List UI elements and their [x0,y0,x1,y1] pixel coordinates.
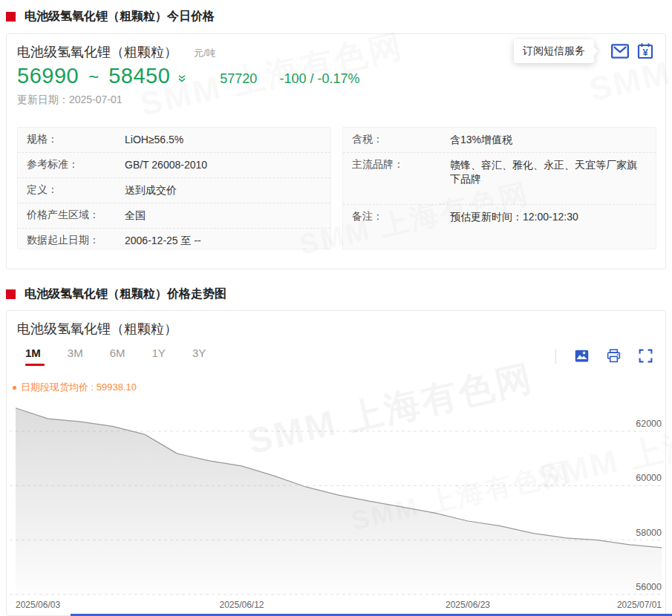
price-row: 56990 ~ 58450 57720 -100 / -0.17% [17,64,359,88]
chart-toolbar [555,348,653,364]
range-tabs: 1M 3M 6M 1Y 3Y [25,347,232,366]
spec-row-brands: 主流品牌： 赣锋、容汇、雅化、永正、天宜等厂家旗下品牌 [343,153,656,205]
x-tick-label: 2025/06/12 [219,600,264,610]
price-low: 56990 [17,64,79,88]
x-tick-label: 2025/06/03 [16,600,60,610]
spec-row-tax: 含税： 含13%增值税 [343,128,656,153]
spec-row-specification: 规格： LiOH≥56.5% [18,128,330,153]
price-calendar-icon: ¥ [636,42,654,60]
x-tick-label: 2025/06/23 [446,600,490,610]
spec-table-left: 规格： LiOH≥56.5% 参考标准： GB/T 26008-2010 定义：… [17,127,331,249]
red-square-bullet-icon [6,12,16,22]
price-tilde: ~ [88,67,99,88]
x-tick-label: 2025/07/01 [617,600,662,610]
product-name: 电池级氢氧化锂（粗颗粒） [17,43,177,61]
y-tick-label: 62000 [636,419,662,429]
update-date: 更新日期：2025-07-01 [17,94,123,107]
legend-label: 日期段现货均价 : 59938.10 [21,381,137,394]
spec-table-right: 含税： 含13%增值税 主流品牌： 赣锋、容汇、雅化、永正、天宜等厂家旗下品牌 … [342,127,656,249]
tab-3m[interactable]: 3M [68,347,83,366]
price-average: 57720 [220,71,257,87]
chevron-double-down-icon [177,73,187,84]
red-square-bullet-icon [6,289,16,299]
tab-1y[interactable]: 1Y [152,347,166,366]
y-tick-label: 58000 [636,528,662,538]
svg-text:¥: ¥ [642,47,648,58]
trend-chart-svg[interactable]: 620006000058000560002025/06/032025/06/12… [7,399,666,616]
price-area [16,408,662,594]
spec-row-price-region: 价格产生区域： 全国 [18,203,330,229]
mail-subscribe-button[interactable] [610,42,630,61]
fullscreen-icon[interactable] [638,348,653,364]
tab-3y[interactable]: 3Y [192,347,206,366]
price-change: -100 / -0.17% [279,71,359,87]
price-subscribe-button[interactable]: ¥ [636,42,655,61]
mail-icon [610,42,630,60]
product-row: 电池级氢氧化锂（粗颗粒） 元/吨 [17,43,216,61]
subscribe-area: 订阅短信服务 ¥ [514,39,655,63]
chart-legend[interactable]: 日期段现货均价 : 59938.10 [13,381,137,394]
trend-chart-section-header: 电池级氢氧化锂（粗颗粒）价格走势图 [6,286,226,302]
subscribe-sms-tooltip: 订阅短信服务 [514,39,594,63]
today-price-section-header: 电池级氢氧化锂（粗颗粒）今日价格 [6,9,215,24]
spec-row-data-range: 数据起止日期： 2006-12-25 至 -- [18,229,330,253]
spec-row-reference-standard: 参考标准： GB/T 26008-2010 [18,153,330,178]
price-unit: 元/吨 [194,47,216,60]
save-image-icon[interactable] [574,348,590,364]
tab-6m[interactable]: 6M [110,347,125,366]
chart-product-title: 电池级氢氧化锂（粗颗粒） [17,320,177,338]
today-price-card: 电池级氢氧化锂（粗颗粒） 元/吨 订阅短信服务 ¥ 56990 ~ 58450 [6,33,666,269]
trend-chart-card: 电池级氢氧化锂（粗颗粒） 1M 3M 6M 1Y 3Y 日期段现货均价 : 59… [6,310,666,616]
print-icon[interactable] [606,348,622,364]
y-tick-label: 60000 [636,473,662,483]
tab-1m[interactable]: 1M [25,347,41,366]
section-title: 电池级氢氧化锂（粗颗粒）价格走势图 [25,286,226,302]
spec-row-definition: 定义： 送到成交价 [18,178,330,203]
price-high: 58450 [108,64,170,88]
spec-row-remark: 备注： 预估更新时间：12:00-12:30 [343,205,656,229]
legend-dot-icon [13,386,16,390]
section-title: 电池级氢氧化锂（粗颗粒）今日价格 [25,9,215,24]
expand-price-toggle[interactable] [177,73,187,87]
toolbar-divider [555,349,556,364]
